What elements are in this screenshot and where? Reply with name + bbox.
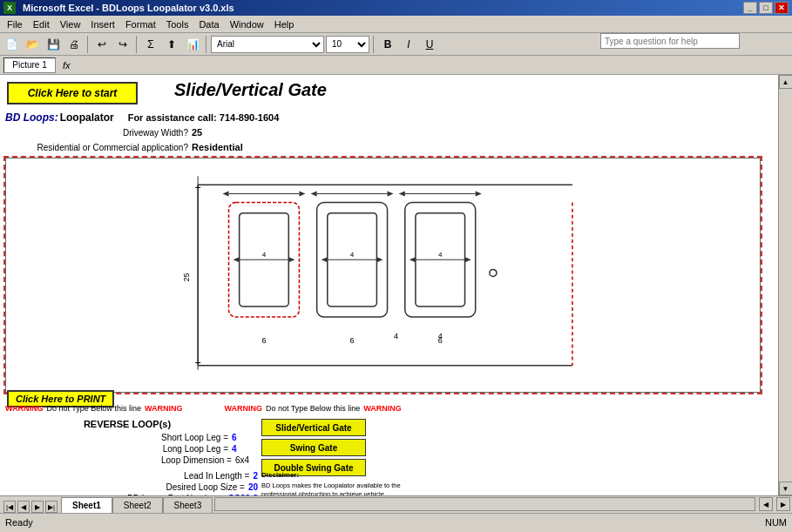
bd-loops-label: BD Loops: [5,111,58,124]
num-lock-indicator: NUM [765,517,787,528]
open-icon[interactable]: 📂 [23,35,42,54]
click-here-button[interactable]: Click Here to start [7,82,138,104]
sort-asc-icon[interactable]: ⬆ [162,35,181,54]
svg-marker-32 [299,191,305,196]
svg-text:4: 4 [350,251,355,259]
svg-marker-11 [288,257,294,262]
short-loop-row: Short Loop Leg = 6 [5,433,249,442]
svg-point-39 [490,269,497,276]
underline-icon[interactable]: U [420,35,439,54]
svg-text:6: 6 [350,336,355,345]
part-number-row: BD Loops Part Number = SC20-2 [5,494,258,495]
app-row: Residential or Commercial application? R… [0,140,778,154]
toolbar-separator-1 [87,36,89,53]
app-label: Residential or Commercial application? [0,143,192,152]
tab-sheet2[interactable]: Sheet2 [112,497,163,513]
lead-in-value: 2 [253,471,258,481]
tab-next-button[interactable]: ▶ [31,501,44,513]
results-title: REVERSE LOOP(s) [5,419,249,429]
warning-left-red: WARNING [5,404,44,413]
help-search-input[interactable] [600,33,740,49]
scroll-up-button[interactable]: ▲ [779,75,793,89]
disclaimer-body: BD Loops makes the Loopalator available … [261,481,401,495]
desired-loop-label: Desired Loop Size = [166,482,245,492]
driveway-value: 25 [192,127,261,138]
svg-marker-23 [465,257,471,262]
horizontal-scrollbar[interactable] [214,497,755,511]
disclaimer-text: Disclaimer: BD Loops makes the Loopalato… [261,471,401,495]
cell-reference-input[interactable] [3,57,56,73]
tab-sheet3[interactable]: Sheet3 [163,497,213,513]
fontsize-dropdown[interactable]: 10 [326,36,369,53]
main-area: Click Here to start Slide/Vertical Gate … [0,75,792,495]
tab-sheet1[interactable]: Sheet1 [61,497,112,513]
menu-view[interactable]: View [55,17,86,31]
new-icon[interactable]: 📄 [2,35,21,54]
slide-title: Slide/Vertical Gate [174,80,327,100]
vertical-scrollbar: ▲ ▼ [778,75,792,495]
warning-row: WARNING Do not Type Below this line WARN… [5,404,761,413]
scroll-left-button[interactable]: ◀ [759,497,773,511]
menu-insert[interactable]: Insert [85,17,120,31]
part-number-label: BD Loops Part Number = [127,494,225,495]
assistance-label: For assistance call: 714-890-1604 [128,112,280,123]
loop-diagram: 25 4 [6,158,760,392]
svg-marker-38 [476,191,482,196]
undo-icon[interactable]: ↩ [92,35,112,54]
svg-marker-16 [322,257,328,262]
close-button[interactable]: ✕ [775,2,789,14]
menu-window[interactable]: Window [225,17,269,31]
toolbar-separator-3 [206,36,207,53]
menu-help[interactable]: Help [269,17,300,31]
svg-marker-31 [222,191,228,196]
lead-in-label: Lead In Length = [184,471,249,481]
sheet-tabs-bar: |◀ ◀ ▶ ▶| Sheet1 Sheet2 Sheet3 ◀ ▶ [0,495,792,513]
svg-marker-22 [410,257,416,262]
bold-icon[interactable]: B [378,35,397,54]
svg-marker-35 [388,191,394,196]
desired-loop-row: Desired Loop Size = 20 [5,482,258,492]
scroll-down-button[interactable]: ▼ [779,481,793,495]
title-bar-text: Microsoft Excel - BDLoops Loopalator v3.… [23,3,234,13]
svg-marker-37 [399,191,405,196]
scroll-track[interactable] [779,89,792,481]
menu-file[interactable]: File [2,17,28,31]
driveway-label: Driveway Width? [0,128,192,138]
tab-last-button[interactable]: ▶| [45,501,58,513]
warning-right-end: WARNING [363,404,402,413]
fx-label: fx [63,60,71,71]
title-bar: X Microsoft Excel - BDLoops Loopalator v… [0,0,792,16]
toolbar-separator-4 [373,36,375,53]
sum-icon[interactable]: Σ [141,35,160,54]
diagram-area: 25 4 [5,158,761,393]
italic-icon[interactable]: I [399,35,418,54]
warning-left-end: WARNING [145,404,183,413]
svg-text:6: 6 [261,336,266,345]
tab-first-button[interactable]: |◀ [3,501,16,513]
scroll-right-button[interactable]: ▶ [776,497,790,511]
restore-button[interactable]: □ [759,2,773,14]
minimize-button[interactable]: _ [743,2,757,14]
chart-icon[interactable]: 📊 [183,35,202,54]
menu-edit[interactable]: Edit [28,17,55,31]
title-bar-controls[interactable]: _ □ ✕ [743,2,789,14]
long-loop-label: Long Loop Leg = [163,444,228,454]
menu-data[interactable]: Data [193,17,224,31]
tab-prev-button[interactable]: ◀ [17,501,30,513]
print-toolbar-icon[interactable]: 🖨 [64,35,84,54]
toolbar-separator-2 [136,36,138,53]
svg-marker-34 [311,191,317,196]
menu-format[interactable]: Format [120,17,161,31]
svg-text:4: 4 [262,251,267,259]
font-dropdown[interactable]: Arial [211,36,324,53]
slide-vertical-gate-button[interactable]: Slide/Vertical Gate [261,419,366,436]
swing-gate-button[interactable]: Swing Gate [261,439,366,456]
save-icon[interactable]: 💾 [44,35,63,54]
svg-marker-17 [376,257,382,262]
short-loop-value: 6 [232,433,249,442]
loop-dim-label: Loop Dimension = [161,455,232,465]
menu-tools[interactable]: Tools [161,17,194,31]
disclaimer-title: Disclaimer: [261,471,401,480]
redo-icon[interactable]: ↪ [113,35,132,54]
results-section: REVERSE LOOP(s) Short Loop Leg = 6 Long … [5,419,249,467]
